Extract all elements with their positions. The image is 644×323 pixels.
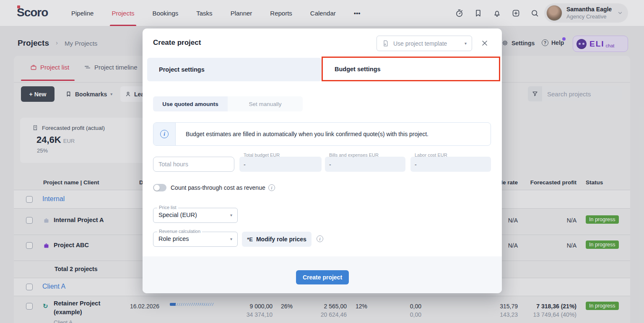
total-hours-input[interactable] xyxy=(153,157,234,172)
revenue-calculation-select[interactable]: Revenue calculation Role prices ▾ xyxy=(153,232,238,247)
close-icon[interactable] xyxy=(480,39,489,47)
modal-tab-project-settings-label: Project settings xyxy=(159,66,205,73)
app-window: Scoro Pipeline Projects Bookings Tasks P… xyxy=(0,0,644,323)
tab-set-manually[interactable]: Set manually xyxy=(228,96,303,111)
role-prices-icon: *E xyxy=(247,236,253,243)
labor-cost-field: Labor cost EUR - xyxy=(410,157,491,172)
modify-role-prices-button[interactable]: *E Modify role prices xyxy=(242,232,312,247)
pass-through-toggle-label: Count pass-through cost as revenue xyxy=(171,184,265,191)
info-icon[interactable] xyxy=(268,184,275,191)
toggle-knob xyxy=(154,185,160,191)
labor-cost-label: Labor cost EUR xyxy=(415,152,447,158)
project-template-dropdown[interactable]: Use project template ▾ xyxy=(377,36,472,51)
info-icon xyxy=(160,130,169,138)
modify-role-prices-label: Modify role prices xyxy=(256,236,306,243)
total-budget-label: Total budget EUR xyxy=(244,152,280,158)
revenue-calculation-value: Role prices xyxy=(158,235,189,242)
modal-tab-budget-settings-label: Budget settings xyxy=(335,66,381,72)
revenue-calculation-label: Revenue calculation xyxy=(157,229,202,234)
info-banner-text: Budget estimates are filled in automatic… xyxy=(186,131,428,137)
chevron-down-icon: ▾ xyxy=(230,237,232,241)
info-banner-icon-cell xyxy=(153,123,176,145)
modal-tab-project-settings[interactable]: Project settings xyxy=(147,58,322,81)
chevron-down-icon: ▾ xyxy=(230,213,232,217)
chevron-down-icon: ▾ xyxy=(465,41,467,46)
price-list-label: Price list xyxy=(157,205,178,210)
template-icon xyxy=(382,40,389,47)
price-list-value: Special (EUR) xyxy=(158,212,197,218)
modal-tab-budget-settings[interactable]: Budget settings xyxy=(322,57,500,81)
tab-use-quoted-amounts[interactable]: Use quoted amounts xyxy=(153,96,228,111)
info-banner: Budget estimates are filled in automatic… xyxy=(153,122,491,146)
bills-expenses-label: Bills and expenses EUR xyxy=(329,152,379,158)
info-icon[interactable] xyxy=(317,235,323,242)
bills-expenses-field: Bills and expenses EUR - xyxy=(325,157,405,172)
price-list-select[interactable]: Price list Special (EUR) ▾ xyxy=(153,208,238,223)
labor-cost-value: - xyxy=(415,161,417,168)
modal-footer: Create project xyxy=(143,256,502,293)
total-budget-field: Total budget EUR - xyxy=(239,157,322,172)
bills-expenses-value: - xyxy=(329,161,331,168)
create-project-modal: Create project Use project template ▾ Pr… xyxy=(143,28,502,293)
modal-title: Create project xyxy=(153,39,201,47)
create-project-button[interactable]: Create project xyxy=(296,270,349,284)
template-dropdown-label: Use project template xyxy=(393,40,447,47)
pass-through-toggle[interactable] xyxy=(153,184,166,191)
total-budget-value: - xyxy=(244,161,246,168)
